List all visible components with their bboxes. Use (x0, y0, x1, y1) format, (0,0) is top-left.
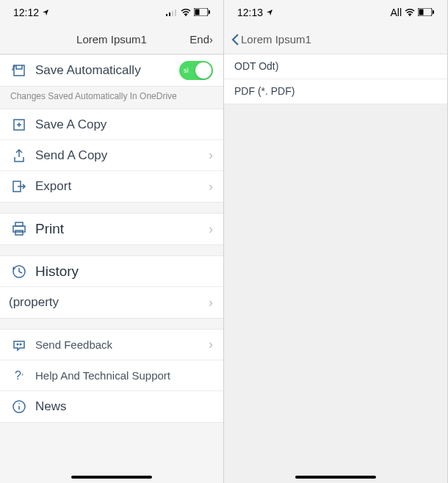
svg-rect-0 (166, 14, 167, 16)
svg-text:?: ? (15, 369, 21, 382)
feedback-icon (10, 336, 28, 354)
feedback-row[interactable]: Send Feedback › (0, 330, 223, 360)
history-icon (10, 263, 28, 280)
option-odt-label: ODT Odt) (234, 60, 278, 72)
nav-bar: Lorem Ipsum1 (224, 25, 447, 54)
nav-back-label: Lorem Ipsum1 (241, 33, 311, 46)
nav-bar: Lorem Ipsum1 End› (0, 25, 223, 54)
info-icon (10, 398, 28, 415)
property-label: (property (9, 295, 209, 310)
chevron-right-icon: › (209, 337, 213, 352)
wifi-icon (181, 7, 191, 18)
svg-point-15 (20, 344, 21, 345)
option-odt[interactable]: ODT Odt) (224, 54, 447, 79)
svg-rect-1 (169, 12, 170, 16)
svg-text:›: › (21, 371, 24, 378)
save-copy-icon (10, 116, 28, 134)
export-icon (10, 178, 28, 195)
nav-title: Lorem Ipsum1 (76, 33, 147, 46)
print-label: Print (35, 221, 209, 237)
print-icon (10, 220, 28, 238)
autosave-icon (10, 62, 28, 79)
print-row[interactable]: Print › (0, 214, 223, 244)
svg-point-20 (409, 15, 411, 16)
svg-rect-23 (433, 10, 434, 14)
status-time: 12:13 (237, 7, 263, 18)
svg-rect-3 (175, 10, 176, 16)
help-label: Help And Technical Support (35, 369, 213, 382)
nav-back-button[interactable]: Lorem Ipsum1 (231, 33, 311, 46)
save-copy-row[interactable]: Save A Copy (0, 109, 223, 140)
svg-point-14 (17, 344, 18, 345)
send-copy-icon (10, 147, 28, 164)
support-section: Send Feedback › ?› Help And Technical Su… (0, 329, 223, 423)
option-pdf[interactable]: PDF (*. PDF) (224, 79, 447, 104)
news-label: News (35, 399, 213, 414)
property-row[interactable]: (property › (0, 287, 223, 318)
svg-rect-22 (419, 10, 424, 15)
autosave-toggle[interactable]: sì (179, 61, 213, 80)
chevron-right-icon: › (209, 222, 213, 237)
chevron-right-icon: › (209, 295, 213, 310)
status-bar: 12:13 All (224, 0, 447, 25)
help-icon: ?› (10, 367, 28, 385)
location-icon (266, 7, 273, 18)
export-label: Export (35, 179, 209, 194)
svg-rect-7 (209, 10, 210, 14)
battery-icon (418, 7, 434, 18)
history-row[interactable]: History (0, 256, 223, 287)
option-pdf-label: PDF (*. PDF) (234, 85, 295, 97)
news-row[interactable]: News (0, 391, 223, 422)
toggle-text: sì (184, 67, 189, 74)
autosave-label: Save Automatically (35, 63, 179, 78)
history-section: History (property › (0, 255, 223, 319)
status-time: 12:12 (13, 7, 39, 18)
send-copy-label: Send A Copy (35, 148, 209, 163)
status-carrier: All (390, 7, 402, 18)
left-screen: 12:12 Lorem Ipsum1 End› Save Automati (0, 0, 224, 483)
svg-point-4 (185, 15, 187, 16)
autosave-row: Save Automatically sì (0, 55, 223, 86)
help-row[interactable]: ?› Help And Technical Support (0, 360, 223, 391)
export-row[interactable]: Export › (0, 171, 223, 202)
home-indicator[interactable] (71, 476, 152, 479)
signal-icon (166, 7, 178, 18)
location-icon (42, 7, 49, 18)
nav-end-button[interactable]: End› (189, 33, 213, 46)
autosave-subtext: Changes Saved Automatically In OneDrive (0, 87, 223, 109)
feedback-label: Send Feedback (35, 338, 209, 351)
svg-point-19 (18, 403, 20, 404)
autosave-section: Save Automatically sì (0, 54, 223, 87)
chevron-right-icon: › (209, 179, 213, 195)
home-indicator[interactable] (295, 476, 376, 479)
save-copy-label: Save A Copy (35, 117, 213, 132)
send-copy-row[interactable]: Send A Copy › (0, 140, 223, 171)
svg-rect-12 (15, 230, 23, 235)
file-section: Save A Copy Send A Copy › Export › (0, 109, 223, 203)
wifi-icon (405, 7, 415, 18)
status-bar: 12:12 (0, 0, 223, 25)
chevron-right-icon: › (209, 148, 213, 163)
print-section: Print › (0, 213, 223, 245)
svg-rect-2 (172, 11, 173, 16)
history-label: History (35, 264, 213, 280)
svg-rect-6 (195, 10, 200, 15)
export-options-list: ODT Odt) PDF (*. PDF) (224, 54, 447, 483)
battery-icon (194, 7, 210, 18)
right-screen: 12:13 All Lorem Ipsum1 ODT Odt) PDF (*. … (224, 0, 448, 483)
